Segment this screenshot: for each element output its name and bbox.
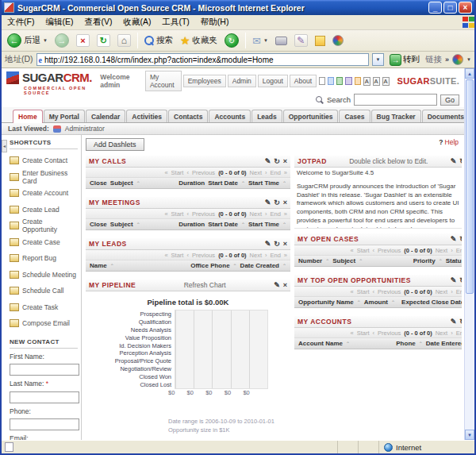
address-dropdown-icon[interactable]: ▼	[372, 53, 384, 66]
address-input[interactable]: e http://192.168.0.148/crm/index.php?act…	[36, 53, 369, 66]
font-size-large-button[interactable]: A	[382, 77, 390, 86]
theme-swatch-purple[interactable]	[345, 77, 351, 85]
nav-my-account[interactable]: My Account	[145, 71, 182, 91]
menu-help[interactable]: 帮助(H)	[195, 15, 235, 29]
theme-swatch-green[interactable]	[336, 77, 343, 85]
tab-contacts[interactable]: Contacts	[168, 110, 208, 122]
go-button[interactable]: → 转到	[387, 53, 422, 67]
edit-icon[interactable]: ✎	[451, 156, 457, 167]
tab-leads[interactable]: Leads	[251, 110, 282, 122]
nav-admin[interactable]: Admin	[228, 75, 256, 87]
add-dashlets-button[interactable]: Add Dashlets	[86, 138, 144, 151]
col-expected-close-date[interactable]: Expected Close Date	[401, 299, 462, 306]
font-size-medium-button[interactable]: A	[373, 77, 380, 86]
resize-grip[interactable]	[466, 441, 474, 453]
pagination-previous[interactable]: Previous	[192, 252, 215, 259]
addon-icon[interactable]	[452, 54, 463, 65]
pagination-next[interactable]: Next	[436, 330, 447, 337]
pagination-next[interactable]: Next	[250, 210, 262, 218]
nav-logout[interactable]: Logout	[258, 75, 288, 87]
mail-button[interactable]: ✉ ▼	[250, 34, 271, 48]
pagination-start[interactable]: Start	[357, 330, 370, 337]
tab-home[interactable]: Home	[13, 110, 43, 123]
col-office-phone[interactable]: Office Phone	[190, 262, 229, 269]
pagination-next[interactable]: Next	[250, 252, 262, 259]
sidebar-item-compose-email[interactable]: Compose Email	[10, 315, 78, 332]
pagination-start[interactable]: Start	[171, 210, 184, 218]
pagination-next[interactable]: Next	[436, 247, 447, 254]
close-icon[interactable]: ×	[283, 238, 287, 249]
col-name[interactable]: Name	[90, 262, 107, 269]
tab-calendar[interactable]: Calendar	[86, 110, 125, 122]
tab-my-portal[interactable]: My Portal	[44, 110, 85, 122]
close-icon[interactable]: ×	[283, 156, 287, 167]
tab-activities[interactable]: Activities	[126, 110, 167, 122]
sidebar-item-create-case[interactable]: Create Case	[10, 234, 78, 251]
sidebar-collapse-handle[interactable]: ◂	[2, 140, 7, 152]
tab-bug-tracker[interactable]: Bug Tracker	[371, 110, 421, 122]
tab-opportunities[interactable]: Opportunities	[283, 110, 339, 122]
back-button[interactable]: ← 后退 ▼	[5, 33, 50, 48]
links-chevron-icon[interactable]: »	[445, 56, 449, 64]
font-size-small-button[interactable]: A	[363, 77, 370, 86]
col-number[interactable]: Number	[298, 257, 322, 264]
sidebar-item-schedule-meeting[interactable]: Schedule Meeting	[10, 267, 78, 283]
col-date-entered[interactable]: Date Entered	[426, 340, 462, 347]
pagination-end[interactable]: End	[456, 247, 462, 254]
col-close[interactable]: Close	[90, 221, 107, 228]
col-amount[interactable]: Amount	[364, 299, 388, 306]
history-button[interactable]: ↻	[222, 33, 241, 48]
col-duration[interactable]: Duration	[178, 179, 205, 187]
notes-button[interactable]	[313, 35, 328, 47]
refresh-icon[interactable]: ↻	[459, 316, 462, 327]
print-button[interactable]	[273, 36, 290, 46]
phone-field[interactable]	[10, 418, 79, 430]
scroll-thumb[interactable]	[466, 79, 474, 294]
scroll-down-icon[interactable]: ▼	[465, 430, 474, 440]
col-start-time[interactable]: Start Time	[248, 221, 279, 228]
col-close[interactable]: Close	[90, 179, 107, 187]
theme-swatch-blue[interactable]	[328, 77, 334, 85]
tab-cases[interactable]: Cases	[339, 110, 370, 122]
links-label[interactable]: 链接	[425, 54, 442, 65]
col-subject[interactable]: Subject	[110, 179, 133, 187]
menu-file[interactable]: 文件(F)	[2, 15, 40, 29]
menu-edit[interactable]: 编辑(E)	[40, 15, 79, 29]
forward-button[interactable]: →	[52, 33, 71, 48]
mail-dropdown-icon[interactable]: ▼	[263, 38, 268, 43]
sidebar-item-schedule-call[interactable]: Schedule Call	[10, 283, 78, 299]
sidebar-item-create-task[interactable]: Create Task	[10, 299, 78, 316]
col-account-name[interactable]: Account Name	[298, 340, 343, 347]
refresh-icon[interactable]: ↻	[459, 275, 462, 286]
col-start-date[interactable]: Start Date	[208, 179, 238, 187]
favorites-button[interactable]: ★ 收藏夹	[178, 33, 220, 48]
sidebar-item-enter-business-card[interactable]: Enter Business Card	[10, 169, 78, 186]
refresh-button[interactable]: ↻	[94, 33, 113, 48]
pagination-end[interactable]: End	[456, 288, 462, 295]
edit-icon[interactable]: ✎	[265, 156, 271, 167]
stop-button[interactable]: ×	[74, 33, 92, 48]
pagination-end[interactable]: End	[270, 210, 280, 218]
refresh-icon[interactable]: ↻	[459, 156, 462, 167]
pagination-previous[interactable]: Previous	[378, 330, 401, 337]
refresh-icon[interactable]: ↻	[274, 156, 280, 167]
site-search-input[interactable]	[354, 94, 437, 106]
menu-favorites[interactable]: 收藏(A)	[117, 15, 156, 29]
tab-accounts[interactable]: Accounts	[209, 110, 251, 122]
refresh-icon[interactable]: ↻	[274, 197, 280, 208]
pagination-previous[interactable]: Previous	[192, 210, 215, 218]
refresh-icon[interactable]: ↻	[274, 238, 280, 249]
back-dropdown-icon[interactable]: ▼	[43, 38, 48, 43]
col-start-date[interactable]: Start Date	[208, 221, 238, 228]
sidebar-item-create-contact[interactable]: Create Contact	[10, 152, 78, 169]
site-search-go-button[interactable]: Go	[440, 94, 459, 106]
menu-view[interactable]: 查看(V)	[79, 15, 117, 29]
edit-icon[interactable]: ✎	[265, 238, 271, 249]
edit-icon[interactable]: ✎	[451, 316, 457, 327]
col-opportunity-name[interactable]: Opportunity Name	[298, 299, 354, 306]
theme-swatch-orange[interactable]	[355, 77, 361, 85]
search-button[interactable]: 搜索	[142, 34, 175, 47]
edit-icon[interactable]: ✎	[451, 233, 457, 245]
sidebar-item-report-bug[interactable]: Report Bug	[10, 250, 78, 267]
nav-about[interactable]: About	[290, 75, 317, 87]
